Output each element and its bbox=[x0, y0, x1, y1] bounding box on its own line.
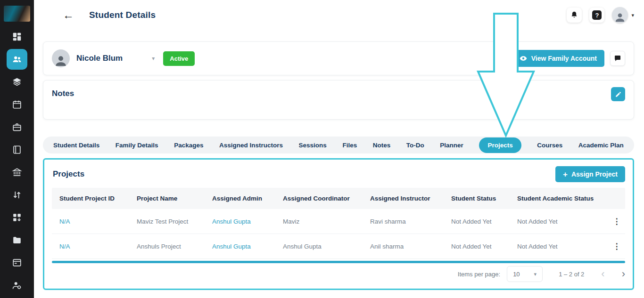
app-logo[interactable] bbox=[4, 6, 30, 22]
top-bar: ← Student Details ? ▾ bbox=[43, 0, 634, 30]
col-project-name: Project Name bbox=[129, 195, 205, 202]
tab-planner[interactable]: Planner bbox=[440, 142, 463, 149]
chat-icon bbox=[613, 54, 622, 63]
chat-button[interactable] bbox=[610, 51, 625, 66]
top-actions: ? ▾ bbox=[567, 7, 634, 23]
main-content: ← Student Details ? ▾ bbox=[34, 0, 644, 298]
help-button[interactable]: ? bbox=[589, 8, 604, 23]
chevron-down-icon: ▾ bbox=[534, 271, 537, 277]
notes-card: Notes bbox=[43, 80, 634, 120]
cell-assigned-instructor: Ravi sharma bbox=[363, 218, 444, 225]
page: ← Student Details ? ▾ bbox=[0, 0, 644, 298]
col-student-project-id: Student Project ID bbox=[52, 195, 129, 202]
sidebar-nav bbox=[7, 25, 27, 297]
cell-project-name: Maviz Test Project bbox=[129, 218, 205, 225]
next-page-button[interactable]: › bbox=[622, 269, 625, 279]
student-switch-chevron-icon[interactable]: ▾ bbox=[152, 55, 155, 62]
widgets-icon bbox=[12, 212, 22, 223]
tab-student-details[interactable]: Student Details bbox=[53, 142, 99, 149]
cell-student-status: Not Added Yet bbox=[444, 243, 510, 250]
cell-student-project-id[interactable]: N/A bbox=[52, 218, 129, 225]
projects-section: Projects + Assign Project Student Projec… bbox=[43, 158, 634, 290]
status-badge[interactable]: Active bbox=[163, 51, 195, 66]
swap-icon bbox=[12, 190, 22, 200]
user-menu-button[interactable]: ▾ bbox=[612, 7, 634, 23]
tab-packages[interactable]: Packages bbox=[174, 142, 203, 149]
page-size-select[interactable]: 10 ▾ bbox=[507, 266, 543, 282]
tab-notes[interactable]: Notes bbox=[373, 142, 391, 149]
sidebar-item-work[interactable] bbox=[7, 117, 27, 137]
col-assigned-admin: Assigned Admin bbox=[205, 195, 275, 202]
cell-student-academic-status: Not Added Yet bbox=[510, 243, 608, 250]
col-student-academic-status: Student Academic Status bbox=[510, 195, 608, 202]
page-title: Student Details bbox=[89, 10, 156, 20]
eye-icon bbox=[519, 54, 528, 63]
notifications-button[interactable] bbox=[567, 8, 582, 23]
sidebar-item-billing[interactable] bbox=[7, 252, 27, 273]
sidebar-item-apps[interactable] bbox=[7, 207, 27, 228]
dashboard-icon bbox=[12, 32, 22, 42]
calendar-icon bbox=[12, 99, 22, 110]
notes-title: Notes bbox=[52, 89, 74, 98]
layers-icon bbox=[12, 77, 22, 87]
sidebar-item-transfers[interactable] bbox=[7, 185, 27, 205]
back-button[interactable]: ← bbox=[63, 9, 74, 21]
briefcase-icon bbox=[12, 122, 22, 132]
tab-bar: Student Details Family Details Packages … bbox=[43, 137, 634, 153]
sidebar-item-students[interactable] bbox=[7, 49, 27, 70]
student-avatar bbox=[52, 49, 70, 67]
sidebar-item-dashboard[interactable] bbox=[7, 26, 27, 47]
student-name: Nicole Blum bbox=[76, 54, 123, 63]
folder-icon bbox=[12, 235, 22, 245]
plus-icon: + bbox=[563, 170, 568, 178]
tab-courses[interactable]: Courses bbox=[537, 142, 562, 149]
view-family-account-button[interactable]: View Family Account bbox=[512, 50, 604, 67]
projects-header: Projects + Assign Project bbox=[52, 166, 625, 182]
bell-icon bbox=[570, 10, 579, 20]
person-icon bbox=[614, 11, 626, 23]
col-student-status: Student Status bbox=[444, 195, 510, 202]
sidebar-item-library[interactable] bbox=[7, 139, 27, 160]
tab-files[interactable]: Files bbox=[342, 142, 357, 149]
previous-page-button[interactable]: ‹ bbox=[601, 269, 604, 279]
student-profile-card: Nicole Blum ▾ Active View Family Account bbox=[43, 41, 634, 75]
billing-icon bbox=[12, 258, 22, 268]
table-header-row: Student Project ID Project Name Assigned… bbox=[52, 188, 625, 209]
user-avatar bbox=[612, 7, 628, 23]
cell-assigned-admin[interactable]: Anshul Gupta bbox=[205, 243, 275, 250]
table-row: N/A Anshuls Project Anshul Gupta Anshul … bbox=[52, 234, 625, 259]
cell-assigned-instructor: Anil sharma bbox=[363, 243, 444, 250]
cell-student-project-id[interactable]: N/A bbox=[52, 243, 129, 250]
sidebar-item-classes[interactable] bbox=[7, 72, 27, 92]
sidebar bbox=[0, 0, 34, 298]
tab-sessions[interactable]: Sessions bbox=[299, 142, 327, 149]
cell-assigned-coordinator: Anshul Gupta bbox=[275, 243, 363, 250]
user-settings-icon bbox=[12, 280, 22, 290]
tab-family-details[interactable]: Family Details bbox=[116, 142, 158, 149]
sidebar-item-institution[interactable] bbox=[7, 162, 27, 183]
table-row: N/A Maviz Test Project Anshul Gupta Mavi… bbox=[52, 209, 625, 234]
edit-notes-button[interactable] bbox=[611, 87, 625, 101]
sidebar-item-files[interactable] bbox=[7, 230, 27, 250]
students-icon bbox=[12, 54, 22, 64]
person-icon bbox=[54, 53, 68, 67]
cell-assigned-admin[interactable]: Anshul Gupta bbox=[205, 218, 275, 225]
assign-project-button[interactable]: + Assign Project bbox=[555, 166, 625, 182]
chevron-down-icon: ▾ bbox=[631, 12, 634, 18]
page-range-label: 1 – 2 of 2 bbox=[559, 271, 584, 278]
pencil-icon bbox=[615, 91, 622, 98]
sidebar-item-user-settings[interactable] bbox=[7, 275, 27, 296]
projects-table: Student Project ID Project Name Assigned… bbox=[52, 188, 625, 259]
row-menu-kebab-icon[interactable]: ⋮ bbox=[611, 217, 623, 226]
row-menu-kebab-icon[interactable]: ⋮ bbox=[611, 242, 623, 251]
tab-to-do[interactable]: To-Do bbox=[406, 142, 424, 149]
book-icon bbox=[12, 145, 22, 155]
view-family-account-label: View Family Account bbox=[531, 55, 597, 62]
assign-project-label: Assign Project bbox=[571, 170, 618, 178]
tab-academic-plan[interactable]: Academic Plan bbox=[578, 142, 624, 149]
tab-projects[interactable]: Projects bbox=[479, 137, 521, 153]
sidebar-item-calendar[interactable] bbox=[7, 94, 27, 115]
tab-assigned-instructors[interactable]: Assigned Instructors bbox=[219, 142, 283, 149]
col-assigned-instructor: Assigned Instructor bbox=[363, 195, 444, 202]
cell-assigned-coordinator: Maviz bbox=[275, 218, 363, 225]
